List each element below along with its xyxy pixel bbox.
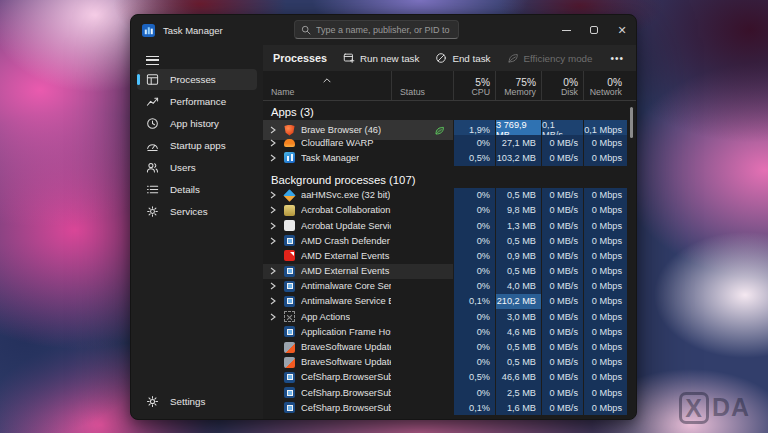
close-button[interactable]: ✕ <box>608 15 636 45</box>
end-task-label: End task <box>452 53 490 64</box>
expand-chevron-icon[interactable] <box>270 154 283 162</box>
process-row[interactable]: AMD Crash Defender Service 0% 0,5 MB 0 M… <box>263 233 625 248</box>
expand-chevron-icon[interactable] <box>270 206 283 214</box>
column-header-memory[interactable]: 75% Memory <box>495 71 541 100</box>
process-row[interactable]: Antimalware Core Service 0% 4,0 MB 0 MB/… <box>263 279 625 294</box>
process-name-cell: App Actions <box>263 309 391 324</box>
cpu-cell: 0% <box>454 248 495 263</box>
process-row[interactable]: Acrobat Update Service (32 bit) 0% 1,3 M… <box>263 218 625 233</box>
sidebar-item-performance[interactable]: Performance <box>137 91 257 112</box>
minimize-button[interactable] <box>552 15 580 45</box>
vertical-scrollbar-thumb[interactable] <box>630 107 633 138</box>
process-row[interactable]: Brave Browser (46) 1,9% 3 769,9 MB 0,1 M… <box>263 120 625 135</box>
column-header-status[interactable]: Status <box>391 71 453 100</box>
default-icon <box>284 372 295 383</box>
column-header-disk[interactable]: 0% Disk <box>541 71 583 100</box>
process-row[interactable]: AMD External Events Service ... 0% 0,5 M… <box>263 264 625 279</box>
cpu-cell: 0% <box>454 264 495 279</box>
process-row[interactable]: Task Manager 0,5% 103,2 MB 0 MB/s 0 Mbps <box>263 150 625 165</box>
efficiency-leaf-icon <box>434 125 445 136</box>
window-title: Task Manager <box>163 25 223 36</box>
process-row[interactable]: Acrobat Collaboration Synchr... 0% 9,8 M… <box>263 203 625 218</box>
process-name-cell: Acrobat Collaboration Synchr... <box>263 203 391 218</box>
process-row[interactable]: App Actions 0% 3,0 MB 0 MB/s 0 Mbps <box>263 309 625 324</box>
close-icon: ✕ <box>617 25 626 36</box>
column-header-name[interactable]: Name <box>263 71 391 100</box>
process-row[interactable]: aaHMSvc.exe (32 bit) 0% 0,5 MB 0 MB/s 0 … <box>263 188 625 203</box>
maximize-button[interactable] <box>580 15 608 45</box>
end-task-button[interactable]: End task <box>435 52 490 64</box>
process-name: CefSharp.BrowserSubprocess (... <box>301 403 391 413</box>
cpu-cell: 0% <box>454 203 495 218</box>
sidebar-item-details[interactable]: Details <box>137 179 257 200</box>
disk-cell: 0 MB/s <box>542 279 583 294</box>
memory-cell: 103,2 MB <box>496 150 541 165</box>
status-cell <box>391 309 453 324</box>
task-manager-window: Task Manager ✕ Processes Performance App… <box>130 14 637 420</box>
process-row[interactable]: CefSharp.BrowserSubprocess (... 0,5% 46,… <box>263 370 625 385</box>
maximize-icon <box>590 26 598 34</box>
expand-chevron-icon[interactable] <box>270 222 283 230</box>
memory-cell: 0,9 MB <box>496 248 541 263</box>
column-header-cpu[interactable]: 5% CPU <box>453 71 495 100</box>
sidebar-item-users[interactable]: Users <box>137 157 257 178</box>
expand-chevron-icon[interactable] <box>270 282 283 290</box>
sidebar-item-processes[interactable]: Processes <box>137 69 257 90</box>
users-icon <box>145 161 159 175</box>
process-row[interactable]: CefSharp.BrowserSubprocess (... 0,1% 1,6… <box>263 400 625 415</box>
group-header[interactable]: Background processes (107) <box>263 170 636 188</box>
sidebar-item-startup-apps[interactable]: Startup apps <box>137 135 257 156</box>
cpu-cell: 0% <box>454 309 495 324</box>
cpu-cell: 0% <box>454 355 495 370</box>
expand-chevron-icon[interactable] <box>270 126 283 134</box>
more-options-button[interactable]: ••• <box>608 53 626 64</box>
default-icon <box>284 281 295 292</box>
column-header-network[interactable]: 0% Network <box>583 71 627 100</box>
process-row[interactable]: Antimalware Service Executable 0,1% 210,… <box>263 294 625 309</box>
process-row[interactable]: Application Frame Host 0% 4,6 MB 0 MB/s … <box>263 324 625 339</box>
expand-chevron-icon[interactable] <box>270 313 283 321</box>
process-name: CefSharp.BrowserSubprocess (... <box>301 388 391 398</box>
status-cell <box>391 339 453 354</box>
efficiency-mode-button[interactable]: Efficiency mode <box>507 52 593 64</box>
network-cell: 0 Mbps <box>584 264 627 279</box>
expand-chevron-icon[interactable] <box>270 237 283 245</box>
asus-icon <box>283 189 295 201</box>
sidebar-item-app-history[interactable]: App history <box>137 113 257 134</box>
process-name: Antimalware Core Service <box>301 281 391 291</box>
sidebar-item-label: Settings <box>170 396 205 407</box>
expand-chevron-icon[interactable] <box>270 297 283 305</box>
process-name-cell: Application Frame Host <box>263 324 391 339</box>
search-input[interactable] <box>316 25 452 35</box>
column-label: Name <box>271 87 294 97</box>
cpu-cell: 0,1% <box>454 400 495 415</box>
network-cell: 0 Mbps <box>584 370 627 385</box>
sidebar-item-services[interactable]: Services <box>137 201 257 222</box>
expand-chevron-icon[interactable] <box>270 191 283 199</box>
page-title: Processes <box>273 52 327 64</box>
process-row[interactable]: BraveSoftware Update 0% 0,5 MB 0 MB/s 0 … <box>263 339 625 354</box>
expand-chevron-icon[interactable] <box>270 139 283 147</box>
process-row[interactable]: BraveSoftware Update (32 bit) 0% 0,5 MB … <box>263 355 625 370</box>
status-cell <box>391 248 453 263</box>
search-box[interactable] <box>294 20 459 39</box>
run-new-task-button[interactable]: Run new task <box>343 52 419 64</box>
process-name-cell: CefSharp.BrowserSubprocess (... <box>263 370 391 385</box>
sidebar-item-settings[interactable]: Settings <box>137 391 257 412</box>
process-row[interactable]: Cloudflare WARP 0% 27,1 MB 0 MB/s 0 Mbps <box>263 135 625 150</box>
taskmgr-icon <box>284 152 295 163</box>
column-label: CPU <box>471 87 490 97</box>
sidebar-item-label: App history <box>170 118 219 129</box>
status-cell <box>391 135 453 150</box>
process-row[interactable]: CefSharp.BrowserSubprocess (... 0% 2,5 M… <box>263 385 625 400</box>
disk-cell: 0 MB/s <box>542 264 583 279</box>
minimize-icon <box>562 30 571 31</box>
process-row[interactable]: AMD External Events Client M... 0% 0,9 M… <box>263 248 625 263</box>
services-icon <box>145 205 159 219</box>
expand-chevron-icon[interactable] <box>270 267 283 275</box>
titlebar[interactable]: Task Manager ✕ <box>131 15 636 45</box>
group-header[interactable]: Apps (3) <box>263 102 636 120</box>
run-new-task-label: Run new task <box>360 53 419 64</box>
process-name-cell: Antimalware Core Service <box>263 279 391 294</box>
process-name: AMD Crash Defender Service <box>301 236 391 246</box>
